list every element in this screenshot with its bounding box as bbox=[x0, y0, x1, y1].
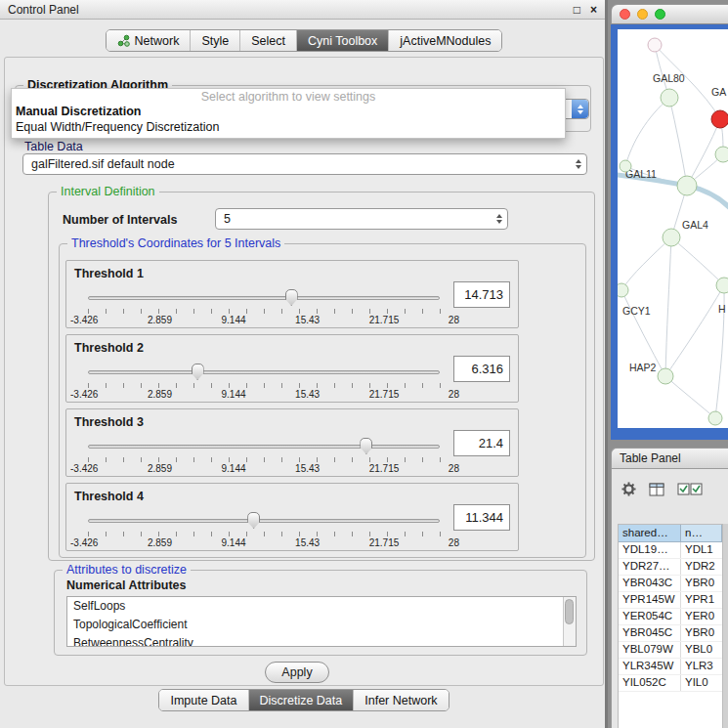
network-node-label: GCY1 bbox=[622, 305, 651, 317]
slider-track[interactable] bbox=[88, 296, 440, 300]
slider-ticks bbox=[88, 532, 441, 536]
table-panel-toolbar bbox=[621, 481, 703, 500]
network-node[interactable] bbox=[618, 283, 628, 297]
tab-label: Select bbox=[251, 34, 285, 48]
table-cell: YBL0 bbox=[681, 642, 722, 658]
algorithm-option[interactable]: Equal Width/Frequency Discretization bbox=[12, 119, 565, 135]
tab-cyni-toolbox[interactable]: Cyni Toolbox bbox=[296, 30, 388, 51]
gear-icon[interactable] bbox=[621, 482, 636, 499]
slider-track[interactable] bbox=[88, 445, 440, 449]
table-data-combobox[interactable]: galFiltered.sif default node bbox=[22, 153, 587, 175]
control-panel-titlebar[interactable]: Control Panel □ × bbox=[0, 0, 605, 20]
threshold-slider[interactable] bbox=[88, 364, 440, 381]
tab-style[interactable]: Style bbox=[190, 30, 239, 51]
table-row[interactable]: YBR043CYBR0 bbox=[619, 576, 722, 592]
tab-network[interactable]: Network bbox=[107, 30, 191, 51]
number-of-intervals-combobox[interactable]: 5 bbox=[215, 208, 508, 230]
scrollbar-thumb[interactable] bbox=[565, 599, 574, 624]
network-node[interactable] bbox=[708, 411, 722, 425]
number-of-intervals-value: 5 bbox=[216, 212, 492, 226]
threshold-value[interactable]: 21.4 bbox=[453, 430, 510, 456]
table-scrollbar[interactable] bbox=[723, 524, 728, 728]
table-row[interactable]: YDL19…YDL1 bbox=[619, 542, 722, 559]
network-node[interactable] bbox=[648, 38, 662, 52]
table-column-header[interactable]: shared… bbox=[619, 525, 681, 542]
attribute-list-item[interactable]: BetweennessCentrality bbox=[67, 634, 576, 647]
table-header-row: shared… n… bbox=[619, 525, 722, 542]
network-node[interactable] bbox=[677, 176, 697, 195]
network-window-titlebar[interactable] bbox=[611, 4, 728, 24]
stepper-up-down-icon[interactable] bbox=[571, 154, 586, 174]
threshold-box: Threshold 4 -3.4262.8599.14415.4321.7152… bbox=[65, 483, 519, 551]
close-traffic-icon[interactable] bbox=[620, 9, 630, 20]
slider-track[interactable] bbox=[88, 519, 440, 523]
network-node[interactable] bbox=[716, 278, 728, 293]
checkbox-pair-icon[interactable] bbox=[677, 483, 703, 498]
network-node[interactable] bbox=[715, 147, 728, 162]
tab-infer-network[interactable]: Infer Network bbox=[353, 690, 448, 710]
stepper-up-down-icon[interactable] bbox=[492, 209, 507, 229]
cyni-toolbox-panel: Discretization Algorithm Select algorith… bbox=[4, 57, 604, 686]
slider-thumb[interactable] bbox=[247, 512, 260, 529]
network-node[interactable] bbox=[620, 160, 631, 172]
network-node[interactable] bbox=[711, 110, 728, 128]
tab-select[interactable]: Select bbox=[239, 30, 296, 51]
attributes-scrollbar[interactable] bbox=[563, 597, 576, 646]
threshold-slider[interactable] bbox=[88, 289, 440, 307]
threshold-slider[interactable] bbox=[88, 438, 440, 455]
scale-tick-label: 21.715 bbox=[369, 537, 400, 548]
minimize-traffic-icon[interactable] bbox=[637, 9, 648, 20]
table-row[interactable]: YER054CYER0 bbox=[619, 609, 722, 625]
algorithm-option[interactable]: Manual Discretization bbox=[12, 104, 565, 119]
slider-thumb[interactable] bbox=[360, 438, 372, 454]
close-icon[interactable]: × bbox=[590, 0, 597, 20]
table-row[interactable]: YBL079WYBL0 bbox=[619, 642, 722, 659]
table-cell: YLR345W bbox=[619, 659, 681, 674]
slider-scale: -3.4262.8599.14415.4321.71528 bbox=[70, 537, 459, 548]
scale-tick-label: -3.426 bbox=[70, 537, 98, 548]
table-row[interactable]: YIL052CYIL0 bbox=[619, 675, 722, 692]
stepper-up-down-icon[interactable] bbox=[572, 100, 588, 118]
network-canvas-container[interactable]: GAL80GAGAL11GAL4GCY1HHAP2 bbox=[618, 29, 728, 428]
table-column-header[interactable]: n… bbox=[681, 525, 722, 542]
threshold-slider[interactable] bbox=[88, 512, 440, 530]
table-cell: YPR145W bbox=[619, 592, 681, 608]
network-node[interactable] bbox=[661, 89, 678, 107]
table-row[interactable]: YLR345WYLR3 bbox=[619, 659, 722, 675]
network-node[interactable] bbox=[663, 229, 680, 246]
slider-thumb[interactable] bbox=[285, 289, 298, 306]
top-tab-segments: NetworkStyleSelectCyni ToolboxjActiveMNo… bbox=[106, 29, 503, 52]
network-node[interactable] bbox=[658, 368, 673, 384]
apply-button[interactable]: Apply bbox=[265, 662, 329, 683]
restore-icon[interactable]: □ bbox=[574, 0, 580, 20]
network-view-window: GAL80GAGAL11GAL4GCY1HHAP2 bbox=[611, 4, 728, 440]
threshold-value[interactable]: 6.316 bbox=[453, 356, 510, 382]
numerical-attributes-list[interactable]: SelfLoopsTopologicalCoefficientBetweenne… bbox=[66, 596, 577, 647]
table-row[interactable]: YPR145WYPR1 bbox=[619, 592, 722, 609]
tab-impute-data[interactable]: Impute Data bbox=[159, 690, 247, 710]
node-attribute-table[interactable]: shared… n… YDL19…YDL1YDR27…YDR2YBR043CYB… bbox=[618, 524, 723, 728]
interval-definition-fieldset: Interval Definition Number of Intervals … bbox=[48, 192, 595, 561]
scale-tick-label: 15.43 bbox=[295, 537, 320, 548]
attribute-list-item[interactable]: SelfLoops bbox=[67, 597, 576, 616]
network-canvas[interactable]: GAL80GAGAL11GAL4GCY1HHAP2 bbox=[618, 29, 728, 428]
threshold-value[interactable]: 11.344 bbox=[453, 504, 510, 531]
scale-tick-label: 15.43 bbox=[295, 463, 320, 474]
table-panel-title: Table Panel bbox=[620, 451, 681, 465]
table-row[interactable]: YDR27…YDR2 bbox=[619, 559, 722, 576]
slider-track[interactable] bbox=[88, 370, 440, 374]
interval-definition-legend: Interval Definition bbox=[57, 185, 159, 198]
columns-icon[interactable] bbox=[649, 483, 664, 499]
slider-ticks bbox=[88, 383, 441, 388]
threshold-value[interactable]: 14.713 bbox=[453, 281, 510, 308]
scale-tick-label: 21.715 bbox=[369, 463, 400, 474]
tab-jactivemnodules[interactable]: jActiveMNodules bbox=[388, 30, 501, 51]
table-panel-titlebar[interactable]: Table Panel bbox=[611, 448, 728, 469]
table-row[interactable]: YBR045CYBR0 bbox=[619, 625, 722, 642]
scale-tick-label: 15.43 bbox=[295, 389, 320, 400]
zoom-traffic-icon[interactable] bbox=[655, 9, 665, 20]
tab-label: Cyni Toolbox bbox=[308, 34, 377, 48]
tab-discretize-data[interactable]: Discretize Data bbox=[248, 690, 354, 710]
slider-thumb[interactable] bbox=[192, 364, 204, 380]
attribute-list-item[interactable]: TopologicalCoefficient bbox=[67, 616, 576, 634]
